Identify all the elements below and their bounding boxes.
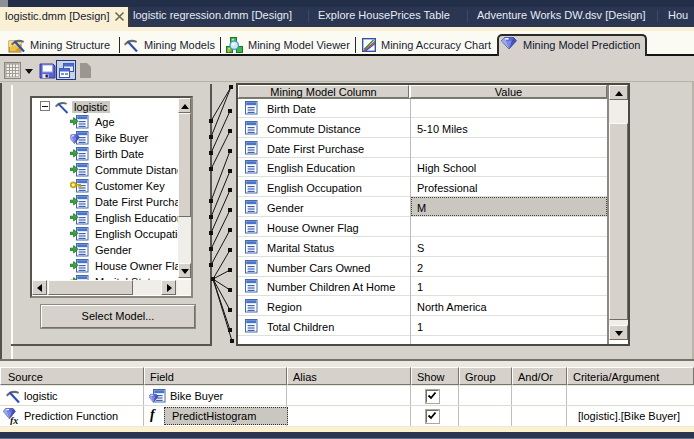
- svg-text:fx: fx: [10, 415, 18, 425]
